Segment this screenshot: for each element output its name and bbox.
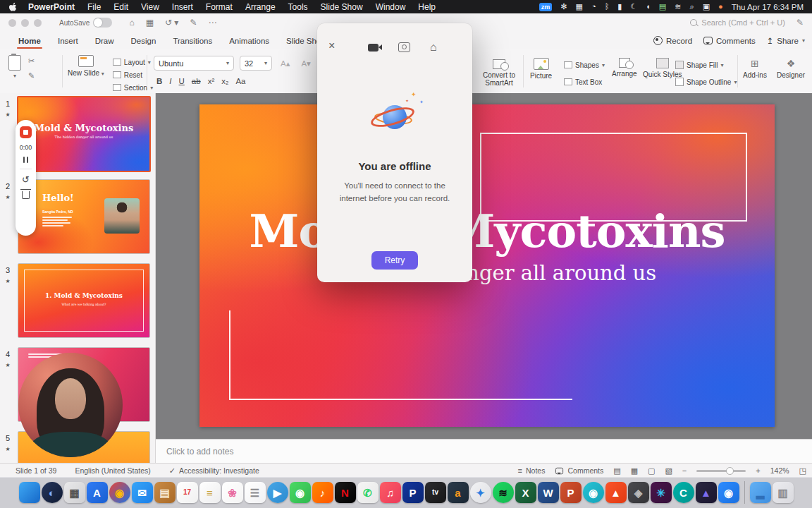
downloads-folder-dock-icon[interactable]: ▂ (750, 482, 771, 503)
slide-title[interactable]: Mold & Mycotoxins (199, 205, 775, 258)
normal-view-icon[interactable]: ▤ (613, 466, 620, 476)
font-size-select[interactable]: 32▾ (240, 56, 272, 71)
camtasia-dock-icon[interactable]: C (673, 482, 694, 503)
home-icon[interactable]: ⌂ (430, 42, 437, 53)
increase-font-icon[interactable]: A▴ (278, 59, 293, 68)
shape-fill-button[interactable]: Shape Fill▾ (675, 59, 737, 71)
comments-toggle-button[interactable]: Comments (555, 466, 603, 475)
tab-draw[interactable]: Draw (87, 35, 123, 47)
menu-item-powerpoint[interactable]: PowerPoint (22, 2, 81, 12)
menu-item-format[interactable]: Format (199, 2, 239, 12)
change-case-button[interactable]: Aa (233, 77, 248, 85)
apple-tv-dock-icon[interactable]: tv (425, 482, 446, 503)
tab-insert[interactable]: Insert (49, 35, 87, 47)
thumbnail-slide-3[interactable]: 3★ 1. Mold & Mycotoxins What are we talk… (0, 263, 155, 337)
affinity-dock-icon[interactable]: ▲ (696, 482, 717, 503)
underline-button[interactable]: U (176, 77, 187, 85)
tab-home[interactable]: Home (10, 35, 49, 47)
notes-app-dock-icon[interactable]: ≡ (199, 482, 221, 503)
tab-animations[interactable]: Animations (221, 35, 278, 47)
picture-button[interactable]: Picture (530, 58, 552, 80)
calendar-dock-icon[interactable]: 17 (177, 482, 198, 503)
camera-icon[interactable] (398, 42, 410, 52)
window-zoom-button[interactable] (34, 19, 42, 27)
menu-item-slide-show[interactable]: Slide Show (314, 2, 369, 12)
spotify-dock-icon[interactable]: ≋ (493, 482, 514, 503)
battery-icon[interactable]: ▮ (617, 3, 622, 11)
menu-item-tools[interactable]: Tools (282, 2, 314, 12)
audio-icon[interactable]: ◖ (646, 3, 651, 11)
fit-to-window-icon[interactable]: ◳ (799, 466, 806, 476)
more-icon[interactable]: ⋯ (208, 18, 216, 28)
reading-view-icon[interactable]: ▢ (648, 466, 655, 476)
slide-sorter-icon[interactable]: ▦ (631, 466, 638, 476)
search-field[interactable]: Search (Cmd + Ctrl + U) (690, 18, 785, 27)
decrease-font-icon[interactable]: A▾ (298, 59, 313, 68)
slide-canvas[interactable]: Mold & Mycotoxins The hidden danger all … (199, 104, 775, 427)
retry-button[interactable]: Retry (371, 251, 418, 270)
whatsapp-dock-icon[interactable]: ✆ (357, 482, 379, 503)
compose-icon[interactable]: ✎ (796, 18, 804, 28)
menu-item-help[interactable]: Help (412, 2, 442, 12)
zoom-menubar-icon[interactable]: zm (539, 3, 553, 11)
siri-icon[interactable]: ● (718, 3, 723, 11)
cut-icon[interactable]: ✂ (28, 56, 35, 66)
subscript-button[interactable]: x₂ (219, 77, 231, 85)
close-icon[interactable]: × (328, 40, 335, 52)
apple-music-dock-icon[interactable]: ♫ (380, 482, 401, 503)
menu-item-file[interactable]: File (81, 2, 107, 12)
record-button[interactable]: Record (653, 36, 692, 45)
format-painter-icon[interactable]: ✎ (28, 71, 35, 80)
thumbnail-image[interactable]: Mold & Mycotoxins The hidden danger all … (17, 96, 151, 172)
slide-subtitle[interactable]: The hidden danger all around us (199, 261, 775, 285)
tab-transitions[interactable]: Transitions (164, 35, 221, 47)
designer-button[interactable]: ❖ Designer (777, 58, 805, 79)
pause-icon[interactable] (23, 157, 29, 163)
undo-icon[interactable]: ↺ ▾ (165, 18, 178, 28)
trash-icon[interactable] (22, 191, 30, 199)
text-box-button[interactable]: Text Box (564, 76, 605, 87)
menu-item-edit[interactable]: Edit (107, 2, 135, 12)
reminders-dock-icon[interactable]: ☰ (245, 482, 266, 503)
paypal-dock-icon[interactable]: P (402, 482, 424, 503)
stop-recording-button[interactable] (20, 126, 32, 138)
strikethrough-button[interactable]: ab (189, 77, 204, 85)
restart-icon[interactable]: ↺ (22, 175, 30, 184)
moon-icon[interactable]: ☾ (630, 3, 637, 11)
display-icon[interactable]: ▣ (703, 3, 710, 11)
teal-circle-app-dock-icon[interactable]: ◉ (583, 482, 604, 503)
word-dock-icon[interactable]: W (538, 482, 559, 503)
share-button[interactable]: ↥ Share ▾ (767, 36, 805, 46)
app-store-dock-icon[interactable]: A (87, 482, 108, 503)
safari-dock-icon[interactable]: ✦ (470, 482, 491, 503)
window-close-button[interactable] (8, 19, 16, 27)
language-indicator[interactable]: English (United States) (75, 466, 150, 475)
brave-dock-icon[interactable]: ▲ (605, 482, 627, 503)
search-icon[interactable]: ⌕ (689, 3, 694, 11)
italic-button[interactable]: I (166, 77, 174, 85)
telegram-dock-icon[interactable]: ▶ (267, 482, 288, 503)
thumbnail-image[interactable]: Hello! Sangita Pedro, ND (18, 179, 150, 254)
comments-button[interactable]: Comments (703, 37, 756, 45)
finder-dock-icon[interactable] (19, 482, 40, 503)
slide-indicator[interactable]: Slide 1 of 39 (16, 466, 56, 475)
zoom-in-icon[interactable]: + (756, 466, 760, 475)
navy-circle-app-dock-icon[interactable]: ◐ (42, 482, 63, 503)
shape-outline-button[interactable]: Shape Outline▾ (675, 76, 737, 87)
font-name-select[interactable]: Ubuntu▾ (154, 56, 234, 71)
facetime-dock-icon[interactable]: ◉ (290, 482, 311, 503)
superscript-button[interactable]: x² (205, 77, 218, 85)
menu-item-view[interactable]: View (135, 2, 166, 12)
photos-dock-icon[interactable]: ❀ (222, 482, 243, 503)
tab-design[interactable]: Design (123, 35, 165, 47)
menu-item-arrange[interactable]: Arrange (239, 2, 282, 12)
books-dock-icon[interactable]: ▤ (154, 482, 176, 503)
window-minimize-button[interactable] (21, 19, 29, 27)
audible-dock-icon[interactable]: a (448, 482, 469, 503)
zoom-level[interactable]: 142% (770, 466, 789, 475)
thumbnail-image[interactable]: 1. Mold & Mycotoxins What are we talking… (18, 263, 150, 338)
menu-item-insert[interactable]: Insert (166, 2, 199, 12)
accessibility-status[interactable]: ✓ Accessibility: Investigate (169, 466, 259, 476)
excel-dock-icon[interactable]: X (515, 482, 536, 503)
trash-dock-icon[interactable]: ▥ (773, 482, 794, 503)
